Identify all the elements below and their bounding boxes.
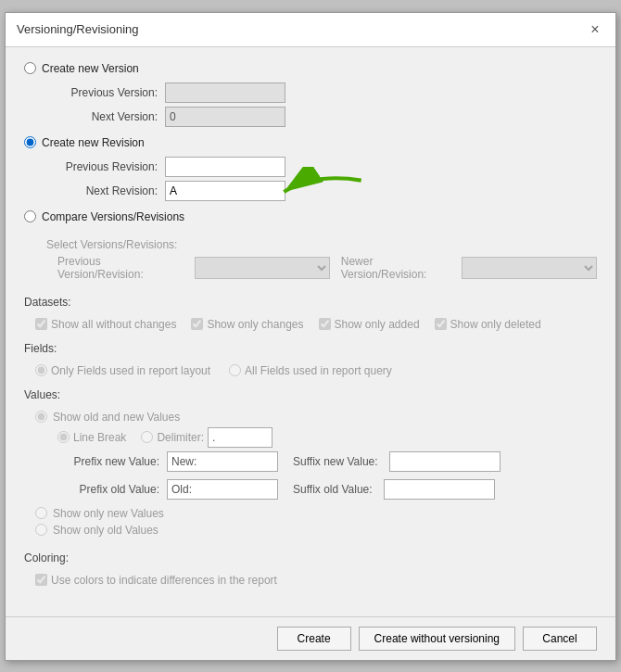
show-old-new-label: Show old and new Values (53, 411, 180, 424)
delimiter-item: Delimiter: (141, 427, 272, 448)
next-revision-row: Next Revision: (46, 181, 597, 201)
prefix-new-label: Prefix new Value: (57, 455, 159, 468)
compare-label: Compare Versions/Revisions (42, 210, 184, 223)
create-no-version-button[interactable]: Create without versioning (359, 627, 515, 651)
delimiter-label: Delimiter: (157, 431, 204, 444)
revision-fields: Previous Revision: Next Revision: (46, 157, 597, 205)
all-report-query-radio[interactable] (229, 364, 241, 376)
dialog-content: Create new Version Previous Version: Nex… (6, 47, 615, 616)
version-fields: Previous Version: Next Version: (46, 82, 597, 131)
title-bar: Versioning/Revisioning × (6, 13, 615, 47)
suffix-old-label: Suffix old Value: (293, 483, 373, 496)
prev-revision-row: Previous Revision: (46, 157, 597, 177)
show-only-new-radio[interactable] (35, 507, 47, 519)
show-only-new-row: Show only new Values (35, 507, 597, 520)
prefix-old-field: Prefix old Value: (57, 479, 278, 500)
use-colors-label: Use colors to indicate differences in th… (51, 574, 277, 587)
show-old-new-radio[interactable] (35, 411, 47, 423)
delimiter-radio[interactable] (141, 431, 153, 443)
suffix-new-field: Suffix new Value: (293, 451, 501, 472)
line-break-label: Line Break (73, 431, 126, 444)
suffix-new-input[interactable] (389, 451, 501, 472)
show-only-old-radio[interactable] (35, 524, 47, 536)
use-colors-checkbox[interactable] (35, 574, 47, 586)
show-changes-label: Show only changes (207, 318, 303, 331)
versions-selectors-row: Previous Version/Revision: Newer Version… (57, 255, 597, 281)
coloring-section: Use colors to indicate differences in th… (35, 574, 597, 587)
only-report-layout-item: Only Fields used in report layout (35, 364, 210, 377)
prev-vr-label: Previous Version/Revision: (57, 255, 184, 281)
next-revision-label: Next Revision: (46, 184, 158, 197)
values-section: Show old and new Values Line Break Delim… (35, 411, 597, 540)
show-deleted-checkbox[interactable] (435, 318, 447, 330)
compare-radio[interactable] (24, 210, 36, 222)
fields-label: Fields: (24, 342, 597, 355)
compare-section: Select Versions/Revisions: Previous Vers… (46, 231, 597, 286)
fields-radios: Only Fields used in report layout All Fi… (35, 364, 597, 377)
create-revision-radio[interactable] (24, 136, 36, 148)
line-break-item: Line Break (57, 431, 126, 444)
next-version-label: Next Version: (46, 110, 158, 123)
show-only-old-row: Show only old Values (35, 524, 597, 537)
datasets-label: Datasets: (24, 296, 597, 309)
prefix-new-field: Prefix new Value: (57, 451, 278, 472)
compare-row: Compare Versions/Revisions (24, 210, 597, 223)
show-only-old-label: Show only old Values (53, 524, 158, 537)
prefix-suffix-old-row: Prefix old Value: Suffix old Value: (57, 479, 597, 503)
next-revision-input[interactable] (165, 181, 285, 201)
delimiter-input[interactable] (208, 427, 272, 448)
next-revision-container (165, 181, 285, 201)
prev-version-row: Previous Version: (46, 82, 597, 103)
prev-version-label: Previous Version: (46, 86, 158, 99)
versioning-dialog: Versioning/Revisioning × Create new Vers… (5, 12, 616, 661)
values-label: Values: (24, 388, 597, 401)
line-break-delimiter-row: Line Break Delimiter: (57, 427, 597, 448)
coloring-label: Coloring: (24, 552, 597, 564)
suffix-old-input[interactable] (384, 479, 495, 500)
select-vr-label: Select Versions/Revisions: (46, 238, 597, 251)
dialog-title: Versioning/Revisioning (17, 22, 139, 36)
line-break-radio[interactable] (57, 431, 70, 443)
prev-vr-select[interactable] (195, 257, 330, 279)
show-added-item: Show only added (319, 318, 420, 331)
suffix-old-field: Suffix old Value: (293, 479, 495, 500)
only-report-layout-radio[interactable] (35, 364, 47, 376)
cancel-button[interactable]: Cancel (523, 627, 597, 651)
prev-version-input[interactable] (165, 82, 285, 103)
datasets-checkboxes: Show all without changes Show only chang… (35, 318, 597, 331)
show-old-new-row: Show old and new Values (35, 411, 597, 424)
create-revision-label: Create new Revision (42, 136, 145, 149)
create-version-label: Create new Version (42, 62, 139, 75)
newer-vr-select[interactable] (462, 257, 597, 279)
show-all-label: Show all without changes (51, 318, 176, 331)
all-report-query-label: All Fields used in report query (245, 364, 392, 377)
prev-revision-input[interactable] (165, 157, 285, 177)
next-version-row: Next Version: (46, 107, 597, 127)
newer-vr-label: Newer Version/Revision: (341, 255, 450, 281)
use-colors-item: Use colors to indicate differences in th… (35, 574, 597, 587)
show-added-checkbox[interactable] (319, 318, 331, 330)
create-button[interactable]: Create (277, 627, 351, 651)
prefix-old-input[interactable] (167, 479, 278, 500)
prefix-suffix-new-row: Prefix new Value: Suffix new Value: (57, 451, 597, 475)
create-revision-row: Create new Revision (24, 136, 597, 149)
show-deleted-item: Show only deleted (435, 318, 541, 331)
prev-revision-label: Previous Revision: (46, 160, 158, 173)
create-version-row: Create new Version (24, 62, 597, 75)
show-changes-item: Show only changes (191, 318, 303, 331)
prefix-new-input[interactable] (167, 451, 278, 472)
next-version-input[interactable] (165, 107, 285, 127)
dialog-footer: Create Create without versioning Cancel (6, 616, 615, 660)
prefix-old-label: Prefix old Value: (57, 483, 159, 496)
show-all-item: Show all without changes (35, 318, 176, 331)
close-button[interactable]: × (586, 20, 604, 39)
show-added-label: Show only added (335, 318, 420, 331)
show-changes-checkbox[interactable] (191, 318, 203, 330)
create-version-radio[interactable] (24, 62, 36, 74)
suffix-new-label: Suffix new Value: (293, 455, 378, 468)
show-all-checkbox[interactable] (35, 318, 47, 330)
show-deleted-label: Show only deleted (450, 318, 541, 331)
show-only-new-label: Show only new Values (53, 507, 164, 520)
all-report-query-item: All Fields used in report query (229, 364, 392, 377)
only-report-layout-label: Only Fields used in report layout (51, 364, 210, 377)
